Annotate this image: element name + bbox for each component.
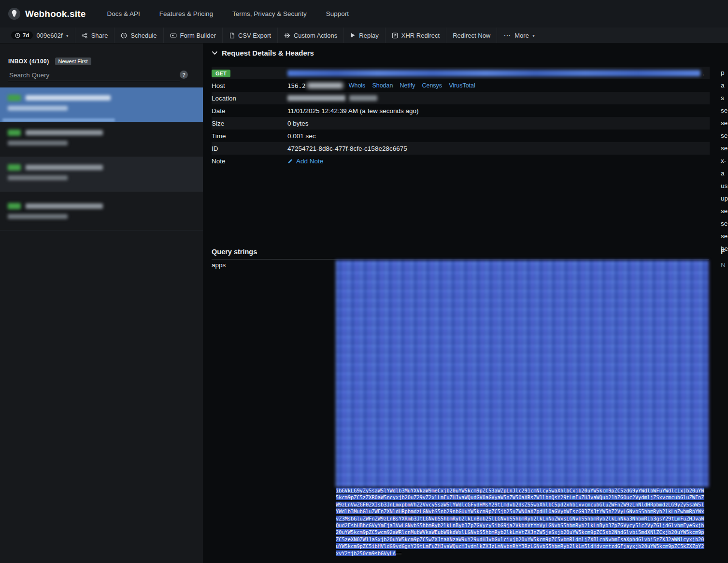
method-badge-redacted (8, 164, 21, 171)
details-table: GET . Host 156.2 Whois Shodan Netify Cen… (212, 67, 710, 167)
form-values-value-fragment: N (721, 261, 726, 269)
add-note-button[interactable]: Add Note (287, 158, 323, 165)
request-meta-redacted (8, 214, 68, 219)
header-key-fragment: se (721, 217, 728, 230)
request-url-redacted (26, 203, 103, 209)
request-list-item-selected[interactable] (0, 87, 203, 122)
base64-line: 5kcm9pZC5zZXR0aW5ncyxjb20uZ29vZ2xlLmFuZH… (336, 494, 704, 500)
request-list-item[interactable] (0, 157, 203, 192)
request-url-redacted (287, 70, 700, 76)
more-label: More (514, 32, 529, 39)
header-key-fragment: up (721, 192, 728, 205)
redirect-now-button[interactable]: Redirect Now (446, 28, 497, 43)
share-icon (82, 32, 88, 39)
virustotal-link[interactable]: VirusTotal (449, 82, 475, 89)
custom-actions-label: Custom Actions (294, 32, 337, 39)
base64-line: W9zLnVwZGF0ZXIsb3JnLmxpbmVhZ2Vvcy5saW5lY… (336, 502, 704, 507)
location-redacted (287, 95, 345, 101)
share-button[interactable]: Share (75, 28, 115, 43)
nav-links: Docs & API Features & Pricing Terms, Pri… (98, 10, 358, 17)
header-key-fragment: se (721, 130, 728, 142)
query-string-value-redacted (336, 260, 709, 487)
search-input[interactable] (8, 70, 180, 81)
request-list (0, 87, 203, 231)
shodan-link[interactable]: Shodan (372, 82, 393, 89)
host-row: Host 156.2 Whois Shodan Netify Censys Vi… (212, 79, 710, 92)
requests-sidebar: INBOX (4/100) Newest First ? (0, 43, 203, 563)
date-label: Date (212, 107, 287, 115)
token-label: 009e602f (36, 32, 62, 39)
query-string-key: apps (212, 261, 226, 269)
replay-button[interactable]: Replay (344, 28, 385, 43)
gear-icon (284, 32, 290, 39)
url-trailing-dot: . (702, 70, 704, 77)
whois-link[interactable]: Whois (349, 82, 366, 89)
custom-actions-button[interactable]: Custom Actions (278, 28, 344, 43)
details-section-header[interactable]: Request Details & Headers (212, 49, 314, 57)
xhr-redirect-label: XHR Redirect (401, 32, 440, 39)
nav-link-terms[interactable]: Terms, Privacy & Security (223, 10, 316, 17)
time-value: 0.001 sec (287, 132, 316, 140)
xhr-redirect-button[interactable]: XHR Redirect (385, 28, 446, 43)
action-toolbar: 7d 009e602f ▾ Share Schedule (0, 28, 728, 43)
nav-link-support[interactable]: Support (316, 10, 358, 17)
csv-export-label: CSV Export (238, 32, 271, 39)
schedule-button[interactable]: Schedule (114, 28, 163, 43)
header-key-fragment: a (721, 167, 728, 180)
inbox-label: INBOX (4/100) (8, 58, 49, 65)
top-navbar: Webhook.site Docs & API Features & Prici… (0, 0, 728, 28)
query-string-value: ibGVkLG9yZy5saW5lYWdlb3MuYXVkaW9meCxjb20… (336, 260, 709, 557)
request-url-redacted (26, 95, 111, 101)
header-key-fragment: se (721, 142, 728, 155)
section-divider (212, 259, 709, 260)
time-label: Time (212, 132, 287, 140)
request-list-item[interactable] (0, 122, 203, 157)
location-label: Location (212, 95, 287, 102)
request-url-redacted (26, 165, 103, 170)
help-icon[interactable]: ? (180, 71, 188, 79)
host-ip-prefix: 156.2 (287, 82, 306, 89)
request-list-item[interactable] (0, 196, 203, 231)
location-flag-redacted (349, 95, 377, 101)
base64-line: vZ3MsbGluZWFnZW9zLnBsYXRmb3JtLGNvbS5hbmR… (336, 516, 704, 521)
method-badge-redacted (8, 95, 21, 101)
csv-export-button[interactable]: CSV Export (223, 28, 278, 43)
id-label: ID (212, 145, 287, 152)
header-key-fragment: s (721, 92, 728, 104)
headers-column-clipped: p a s se se se se x- a us up se se se he… (720, 43, 728, 563)
nav-link-docs[interactable]: Docs & API (98, 10, 150, 17)
caret-down-icon: ▾ (532, 33, 535, 38)
request-meta-redacted (8, 141, 68, 145)
brand[interactable]: Webhook.site (8, 7, 86, 20)
host-label: Host (212, 82, 287, 89)
base64-line: ZC5zeXN0ZW11aSxjb20uYW5kcm9pZC5wZXJtaXNz… (336, 536, 704, 542)
pencil-icon (287, 158, 293, 164)
caret-down-icon: ▾ (66, 33, 69, 38)
token-dropdown[interactable]: 7d 009e602f ▾ (5, 28, 75, 43)
base64-line: ibGVkLG9yZy5saW5lYWdlb3MuYXVkaW9meCxjb20… (336, 488, 704, 493)
censys-link[interactable]: Censys (422, 82, 442, 89)
nav-link-features[interactable]: Features & Pricing (150, 10, 223, 17)
size-value: 0 bytes (287, 120, 309, 127)
id-value: 47254721-8d8c-477f-8cfe-c158e28c6675 (287, 145, 407, 152)
file-icon (229, 32, 235, 39)
date-row: Date 11/01/2025 12:42:39 AM (a few secon… (212, 104, 710, 117)
request-meta-redacted (8, 106, 68, 111)
more-dropdown[interactable]: ⋯ More ▾ (497, 28, 541, 43)
webhook-site-app: Webhook.site Docs & API Features & Prici… (0, 0, 728, 563)
sort-badge[interactable]: Newest First (55, 58, 91, 65)
host-ip-redacted (307, 83, 343, 88)
url-row: GET . (212, 67, 710, 79)
netify-link[interactable]: Netify (400, 82, 415, 89)
xhr-redirect-icon (392, 32, 398, 39)
clock-icon (121, 32, 127, 39)
request-url-redacted (26, 130, 103, 135)
form-builder-button[interactable]: Form Builder (164, 28, 223, 43)
form-values-title-fragment: F (721, 248, 725, 256)
base64-line: uYW5kcm9pZC5ibHVldG9vdGgsY29tLmFuZHJvaWQ… (336, 543, 704, 549)
header-key-fragment: p (721, 67, 728, 79)
location-row: Location (212, 92, 710, 104)
header-key-fragment: a (721, 79, 728, 92)
details-section-title: Request Details & Headers (222, 49, 314, 57)
request-time-redacted (2, 118, 115, 122)
